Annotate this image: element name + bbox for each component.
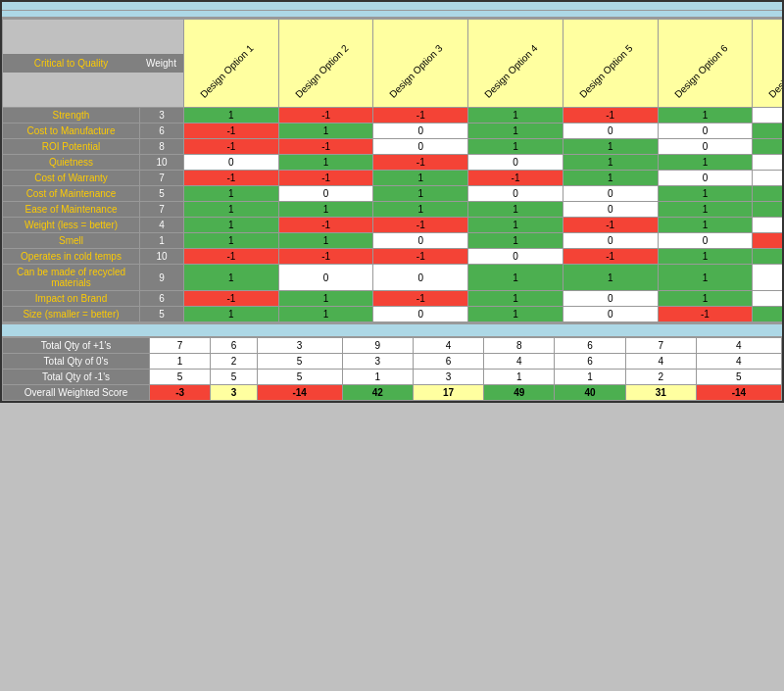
cell-r4-c3: -1: [468, 171, 564, 186]
cell-r9-c2: -1: [373, 249, 468, 265]
sum-cell-r3-c8: -14: [696, 385, 781, 401]
cell-r1-c3: 1: [468, 123, 564, 139]
weight-cell-4: 7: [140, 171, 184, 186]
ctq-label-1: Cost to Manufacture: [3, 123, 140, 139]
sum-cell-r1-c6: 6: [555, 354, 625, 370]
ctq-label-8: Smell: [3, 233, 140, 249]
cell-r9-c6: 1: [753, 249, 782, 265]
sum-cell-r2-c2: 5: [257, 370, 342, 385]
cell-r1-c4: 0: [563, 123, 658, 139]
cell-r11-c1: 1: [278, 291, 373, 307]
sum-cell-r3-c3: 42: [342, 385, 413, 401]
cell-r3-c0: 0: [184, 155, 279, 171]
cell-r7-c4: -1: [563, 218, 658, 233]
summary-label-3: Overall Weighted Score: [3, 385, 150, 401]
cell-r4-c0: -1: [184, 171, 279, 186]
cell-r8-c6: -1: [753, 233, 782, 249]
cell-r12-c6: 1: [753, 307, 782, 322]
cell-r7-c5: 1: [658, 218, 753, 233]
summary-label-1: Total Qty of 0's: [3, 354, 150, 370]
sum-cell-r1-c1: 2: [211, 354, 257, 370]
cell-r12-c0: 1: [184, 307, 279, 322]
cell-r3-c2: -1: [373, 155, 468, 171]
sum-cell-r0-c2: 3: [257, 338, 342, 354]
cell-r8-c1: 1: [278, 233, 373, 249]
ctq-label-3: Quietness: [3, 155, 140, 171]
summary-table: Total Qty of +1's763948674Total Qty of 0…: [2, 337, 782, 401]
design-option-header-6: Design Option 6: [658, 20, 753, 108]
design-option-header-4: Design Option 4: [468, 20, 564, 108]
ctq-label-6: Ease of Maintenance: [3, 202, 140, 218]
sum-cell-r3-c7: 31: [625, 385, 696, 401]
sum-cell-r2-c0: 5: [150, 370, 211, 385]
cell-r9-c5: 1: [658, 249, 753, 265]
cell-r11-c4: 0: [563, 291, 658, 307]
subtitle: [2, 11, 782, 19]
cell-r6-c2: 1: [373, 202, 468, 218]
cell-r4-c1: -1: [278, 171, 373, 186]
cell-r2-c6: 1: [753, 139, 782, 155]
cell-r0-c2: -1: [373, 108, 468, 123]
cell-r12-c3: 1: [468, 307, 564, 322]
cell-r3-c5: 1: [658, 155, 753, 171]
summary-row-2: Total Qty of -1's555131125: [3, 370, 782, 385]
weight-cell-9: 10: [140, 249, 184, 265]
sum-cell-r2-c5: 1: [484, 370, 555, 385]
sum-cell-r2-c1: 5: [211, 370, 257, 385]
cell-r6-c6: 1: [753, 202, 782, 218]
sum-cell-r0-c4: 4: [413, 338, 483, 354]
cell-r2-c4: 1: [563, 139, 658, 155]
cell-r7-c2: -1: [373, 218, 468, 233]
design-option-header-5: Design Option 5: [563, 20, 658, 108]
cell-r5-c2: 1: [373, 186, 468, 202]
sum-cell-r3-c6: 40: [555, 385, 625, 401]
weight-cell-11: 6: [140, 291, 184, 307]
design-option-header-3: Design Option 3: [373, 20, 468, 108]
summary-row-0: Total Qty of +1's763948674: [3, 338, 782, 354]
table-row: Impact on Brand6-11-1101000: [3, 291, 783, 307]
cell-r8-c2: 0: [373, 233, 468, 249]
cell-r7-c1: -1: [278, 218, 373, 233]
sum-cell-r0-c0: 7: [150, 338, 211, 354]
ctq-label-2: ROI Potential: [3, 139, 140, 155]
table-row: Can be made of recycled materials9100111…: [3, 265, 783, 291]
weight-cell-6: 7: [140, 202, 184, 218]
title-bar: [2, 2, 782, 11]
sum-cell-r2-c4: 3: [413, 370, 483, 385]
ctq-label-11: Impact on Brand: [3, 291, 140, 307]
pugh-table: Critical to QualityWeightDesign Option 1…: [2, 19, 782, 322]
cell-r2-c3: 1: [468, 139, 564, 155]
summary-row-1: Total Qty of 0's125364644: [3, 354, 782, 370]
weight-cell-8: 1: [140, 233, 184, 249]
cell-r2-c2: 0: [373, 139, 468, 155]
cell-r3-c3: 0: [468, 155, 564, 171]
sum-cell-r3-c5: 49: [484, 385, 555, 401]
cell-r10-c0: 1: [184, 265, 279, 291]
cell-r5-c3: 0: [468, 186, 564, 202]
cell-r11-c0: -1: [184, 291, 279, 307]
cell-r1-c0: -1: [184, 123, 279, 139]
sum-cell-r0-c5: 8: [484, 338, 555, 354]
sum-cell-r0-c1: 6: [211, 338, 257, 354]
sum-cell-r1-c3: 3: [342, 354, 413, 370]
sum-cell-r0-c8: 4: [696, 338, 781, 354]
cell-r6-c0: 1: [184, 202, 279, 218]
weight-cell-7: 4: [140, 218, 184, 233]
sum-cell-r3-c2: -14: [257, 385, 342, 401]
summary-title: [2, 322, 782, 337]
cell-r0-c0: 1: [184, 108, 279, 123]
cell-r4-c4: 1: [563, 171, 658, 186]
cell-r0-c4: -1: [563, 108, 658, 123]
cell-r10-c5: 1: [658, 265, 753, 291]
corner-cell: Critical to QualityWeight: [3, 20, 184, 108]
cell-r1-c5: 0: [658, 123, 753, 139]
cell-r9-c4: -1: [563, 249, 658, 265]
sum-cell-r2-c8: 5: [696, 370, 781, 385]
cell-r0-c5: 1: [658, 108, 753, 123]
sum-cell-r0-c3: 9: [342, 338, 413, 354]
weight-cell-1: 6: [140, 123, 184, 139]
table-row: Cost of Maintenance510100111-1: [3, 186, 783, 202]
cell-r8-c0: 1: [184, 233, 279, 249]
cell-r12-c1: 1: [278, 307, 373, 322]
cell-r1-c6: 1: [753, 123, 782, 139]
